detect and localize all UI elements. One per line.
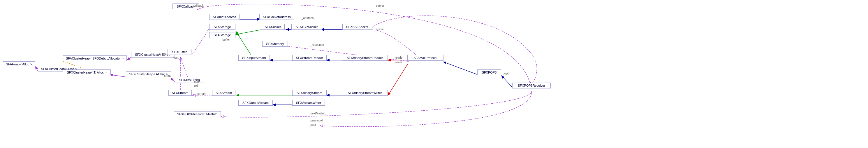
node-label-SFXStream: SFXStream	[172, 91, 188, 95]
edge-label-stream: _stream	[196, 92, 206, 95]
edge-label-string: _string	[163, 74, 171, 77]
mail-uid-text: mailuid	[194, 80, 199, 87]
node-label-SFAStorage1: SFAStorage	[214, 25, 231, 29]
node-SFXStreamReader[interactable]: SFXStreamReader	[292, 55, 327, 61]
node-label-SFXMemory: SFXMemory	[266, 42, 284, 46]
node-SFXPOP3ReceiverMailInfo[interactable]: SFXPOP3Receiver::MailInfo	[174, 111, 221, 117]
svg-line-0	[35, 67, 38, 71]
node-SFXStreamWriter[interactable]: SFXStreamWriter	[292, 100, 325, 106]
node-label-SFXBinaryStreamReader: SFXBinaryStreamReader	[347, 56, 383, 59]
edge-label-writer: _writer	[393, 61, 402, 64]
edge-label-callback: _callback	[191, 4, 204, 7]
node-label-SFXSSLSocket: SFXSSLSocket	[346, 25, 368, 29]
svg-line-21	[388, 64, 408, 95]
node-SFXBuffer[interactable]: SFXBuffer	[167, 49, 191, 55]
node-SFAStorage1[interactable]: SFAStorage	[209, 24, 236, 30]
node-SFAStream[interactable]: SFAStream	[212, 90, 236, 96]
node-SFXPOP3Receiver[interactable]: SFXPOP3Receiver	[512, 82, 551, 89]
node-label-SFXBinaryStreamWriter: SFXBinaryStreamWriter	[348, 91, 382, 95]
node-label-SFXSocket: SFXSocket	[265, 25, 281, 29]
node-SFXSocket[interactable]: SFXSocket	[261, 24, 285, 30]
svg-line-8	[236, 29, 262, 34]
node-SFXOutputStream[interactable]: SFXOutputStream	[238, 100, 273, 106]
edge-label-server: _server	[374, 4, 384, 7]
edge-label-reader: _reader	[393, 56, 403, 59]
node-label-SFXClusterHeapAChar: SFXClusterHeap< AChar >	[129, 72, 167, 76]
node-label-SFXBinaryStream: SFXBinaryStream	[297, 91, 322, 95]
svg-line-5	[171, 78, 175, 82]
node-SFXInetAddress[interactable]: SFXInetAddress	[209, 14, 240, 20]
node-SFAStorage2[interactable]: SFAStorage	[209, 32, 236, 38]
node-SFXClusterHeapTAlloc[interactable]: SFXClusterHeap< T, Alloc >	[63, 70, 111, 75]
edge-label-response: _response	[310, 43, 324, 46]
node-label-SFXClusterHeapTAlloc: SFXClusterHeap< T, Alloc >	[67, 71, 106, 74]
diagram-container: SFAHeap< Alloc > SFAClusterHeap< Alloc >…	[0, 0, 868, 148]
edge-label-mail-uid: mailuid	[194, 80, 199, 88]
node-label-SFXSocketAddress: SFXSocketAddress	[263, 15, 290, 19]
svg-line-23	[502, 76, 513, 88]
node-label-SFXPOP3Receiver: SFXPOP3Receiver	[518, 84, 545, 87]
edge-label-address: _address	[302, 16, 313, 20]
node-SFXPOP3[interactable]: SFXPOP3	[477, 70, 501, 75]
node-label-SFXInetAddress: SFXInetAddress	[213, 15, 236, 19]
edge-label-nextMailInfo: _nextMailInfo	[309, 112, 326, 115]
node-label-SFAStorage2: SFAStorage	[214, 33, 231, 37]
svg-line-26	[192, 29, 209, 54]
edge-label-buffer-mid: _buffer	[157, 53, 166, 56]
node-label-SFXPOP3: SFXPOP3	[482, 71, 497, 74]
node-SFXSocketAddress[interactable]: SFXSocketAddress	[259, 14, 294, 20]
node-SFAClusterHeapSFDDebug[interactable]: SFAClusterHeap< SFDDebugAllocator >	[63, 55, 127, 61]
node-label-SFAHeapAlloc: SFAHeap< Alloc >	[6, 63, 32, 66]
svg-line-4	[110, 75, 125, 77]
node-SFAMailProtocol[interactable]: SFAMailProtocol	[407, 55, 443, 61]
host-text: _host	[171, 56, 178, 59]
node-label-SFAStream: SFAStream	[216, 91, 232, 95]
edge-label-buffer-top: _buffer	[221, 38, 230, 41]
svg-line-22	[443, 62, 478, 75]
node-SFAHeapAlloc[interactable]: SFAHeap< Alloc >	[3, 61, 35, 67]
node-label-SFXOutputStream: SFXOutputStream	[242, 101, 269, 104]
edge-label-password: _password	[309, 119, 323, 122]
edge-label-socket: _socket	[374, 28, 384, 31]
node-SFXAnsiString[interactable]: SFXAnsiString	[175, 77, 204, 83]
node-label-SFXBuffer: SFXBuffer	[172, 50, 187, 54]
node-SFXStream[interactable]: SFXStream	[168, 90, 192, 96]
node-label-SFXPOP3ReceiverMailInfo: SFXPOP3Receiver::MailInfo	[177, 113, 218, 116]
node-label-SFXStreamWriter: SFXStreamWriter	[296, 101, 321, 104]
node-label-SFAMailProtocol: SFAMailProtocol	[413, 56, 437, 59]
node-SFXInputStream[interactable]: SFXInputStream	[238, 55, 270, 61]
edge-label-host: _host	[171, 56, 178, 59]
node-label-SFAClusterHeapSFDDebug: SFAClusterHeap< SFDDebugAllocator >	[66, 57, 124, 60]
node-SFATCPSocket[interactable]: SFATCPSocket	[291, 24, 322, 30]
edge-label-user: _user	[309, 123, 316, 126]
svg-line-2	[127, 57, 131, 60]
node-SFXMemory[interactable]: SFXMemory	[262, 41, 288, 47]
node-SFXBinaryStreamWriter[interactable]: SFXBinaryStreamWriter	[342, 90, 388, 96]
node-label-SFXStreamReader: SFXStreamReader	[296, 56, 323, 59]
edge-label-pop3: _pop3	[501, 72, 509, 75]
node-SFXBinaryStreamReader[interactable]: SFXBinaryStreamReader	[342, 55, 388, 61]
node-label-SFXInputStream: SFXInputStream	[242, 56, 266, 59]
node-label-SFATCPSocket: SFATCPSocket	[296, 25, 318, 29]
node-SFXBinaryStream[interactable]: SFXBinaryStream	[292, 90, 327, 96]
node-SFXSSLSocket[interactable]: SFXSSLSocket	[342, 24, 372, 30]
